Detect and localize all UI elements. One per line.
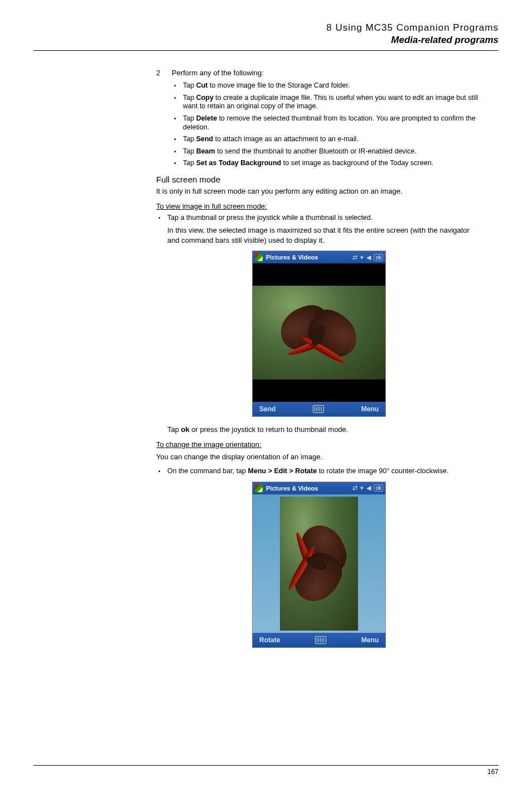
- bullet-icon: •: [172, 114, 183, 132]
- ok-button[interactable]: ok: [374, 484, 383, 492]
- main-content: 2 Perform any of the following: • Tap Cu…: [156, 69, 482, 648]
- header-rule: [33, 50, 499, 51]
- rotate-proc-intro: You can change the display orientation o…: [156, 452, 482, 462]
- view-proc-closing: Tap ok or press the joystick to return t…: [167, 425, 482, 435]
- screenshot-2: Pictures & Videos ⇄ ▾ ◀ ok: [156, 482, 482, 648]
- chapter-title: 8 Using MC35 Companion Programs: [173, 22, 499, 33]
- speaker-icon[interactable]: ◀: [366, 254, 371, 261]
- signal-icon[interactable]: ▾: [360, 485, 364, 491]
- keyboard-icon[interactable]: [313, 405, 324, 413]
- image-viewport[interactable]: [253, 263, 385, 402]
- list-item: • Tap Beam to send the thumbnail to anot…: [172, 147, 482, 156]
- menu-softkey[interactable]: Menu: [361, 636, 379, 644]
- send-softkey[interactable]: Send: [259, 405, 275, 413]
- bullet-text: Tap a thumbnail or press the joystick wh…: [167, 214, 482, 223]
- step-intro: Perform any of the following:: [172, 69, 482, 77]
- bullet-icon: •: [172, 135, 183, 144]
- list-item: • On the command bar, tap Menu > Edit > …: [156, 467, 482, 476]
- command-bar: Rotate Menu: [253, 633, 385, 647]
- bullet-text: Tap Beam to send the thumbnail to anothe…: [183, 147, 482, 156]
- bullet-text: Tap Copy to create a duplicate image fil…: [183, 94, 482, 111]
- action-bullets: • Tap Cut to move image file to the Stor…: [172, 81, 482, 168]
- ok-button[interactable]: ok: [374, 254, 383, 261]
- list-item: • Tap Set as Today Background to set ima…: [172, 159, 482, 168]
- bullet-icon: •: [172, 94, 183, 111]
- view-proc-detail: In this view, the selected image is maxi…: [167, 225, 482, 245]
- photo-butterfly-rotated: [280, 497, 358, 631]
- page-header: 8 Using MC35 Companion Programs Media-re…: [173, 22, 499, 46]
- view-proc-heading: To view image in full screen mode:: [156, 202, 482, 210]
- speaker-icon[interactable]: ◀: [366, 485, 371, 491]
- bullet-icon: •: [172, 159, 183, 168]
- list-item: • Tap a thumbnail or press the joystick …: [156, 214, 482, 223]
- image-viewport[interactable]: [253, 494, 385, 633]
- list-item: • Tap Delete to remove the selected thum…: [172, 114, 482, 132]
- footer-rule: [33, 765, 499, 766]
- fullscreen-intro: It is only in full screen mode can you p…: [156, 186, 482, 196]
- app-title: Pictures & Videos: [266, 254, 352, 261]
- connectivity-icon[interactable]: ⇄: [352, 254, 357, 261]
- bullet-icon: •: [172, 81, 183, 90]
- command-bar: Send Menu: [253, 402, 385, 416]
- list-item: • Tap Cut to move image file to the Stor…: [172, 81, 482, 90]
- app-title: Pictures & Videos: [266, 485, 352, 492]
- bullet-text: Tap Delete to remove the selected thumbn…: [183, 114, 482, 132]
- connectivity-icon[interactable]: ⇄: [352, 485, 357, 491]
- list-item: • Tap Copy to create a duplicate image f…: [172, 94, 482, 111]
- signal-icon[interactable]: ▾: [360, 254, 364, 261]
- fullscreen-heading: Full screen mode: [156, 175, 482, 184]
- status-icons: ⇄ ▾ ◀ ok: [352, 254, 383, 261]
- step-number: 2: [156, 69, 172, 77]
- bullet-text: Tap Cut to move image file to the Storag…: [183, 81, 482, 90]
- device-screenshot: Pictures & Videos ⇄ ▾ ◀ ok: [252, 482, 386, 648]
- bullet-icon: •: [156, 467, 167, 476]
- bullet-text: Tap Set as Today Background to set image…: [183, 159, 482, 168]
- rotate-proc-heading: To change the image orientation:: [156, 440, 482, 449]
- photo-butterfly: [253, 286, 385, 379]
- status-icons: ⇄ ▾ ◀ ok: [352, 484, 383, 492]
- page-number: 167: [33, 768, 499, 776]
- start-flag-icon[interactable]: [255, 484, 263, 492]
- bullet-icon: •: [156, 214, 167, 223]
- screenshot-1: Pictures & Videos ⇄ ▾ ◀ ok: [156, 251, 482, 417]
- bullet-text: On the command bar, tap Menu > Edit > Ro…: [167, 467, 482, 476]
- titlebar: Pictures & Videos ⇄ ▾ ◀ ok: [253, 482, 385, 494]
- section-title: Media-related programs: [173, 35, 499, 46]
- bullet-icon: •: [172, 147, 183, 156]
- start-flag-icon[interactable]: [255, 253, 263, 261]
- keyboard-icon[interactable]: [315, 636, 326, 644]
- step-2: 2 Perform any of the following:: [156, 69, 482, 77]
- rotate-softkey[interactable]: Rotate: [259, 636, 280, 644]
- list-item: • Tap Send to attach image as an attachm…: [172, 135, 482, 144]
- page-footer: 167: [33, 765, 499, 776]
- device-screenshot: Pictures & Videos ⇄ ▾ ◀ ok: [252, 251, 386, 417]
- menu-softkey[interactable]: Menu: [361, 405, 379, 413]
- bullet-text: Tap Send to attach image as an attachmen…: [183, 135, 482, 144]
- titlebar: Pictures & Videos ⇄ ▾ ◀ ok: [253, 251, 385, 263]
